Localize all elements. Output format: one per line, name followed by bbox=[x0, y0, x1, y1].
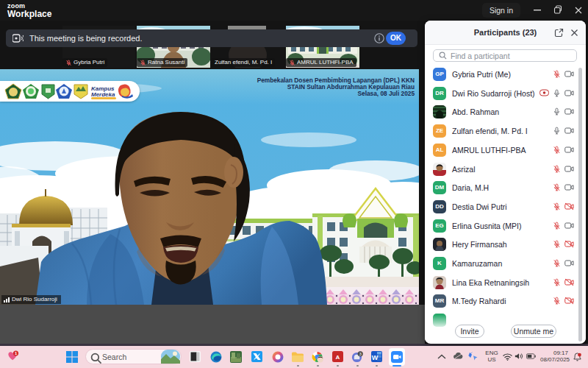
svg-text:3: 3 bbox=[359, 351, 362, 356]
svg-text:A: A bbox=[336, 354, 340, 361]
svg-text:Merdeka: Merdeka bbox=[91, 91, 115, 98]
svg-text:W: W bbox=[372, 354, 379, 361]
